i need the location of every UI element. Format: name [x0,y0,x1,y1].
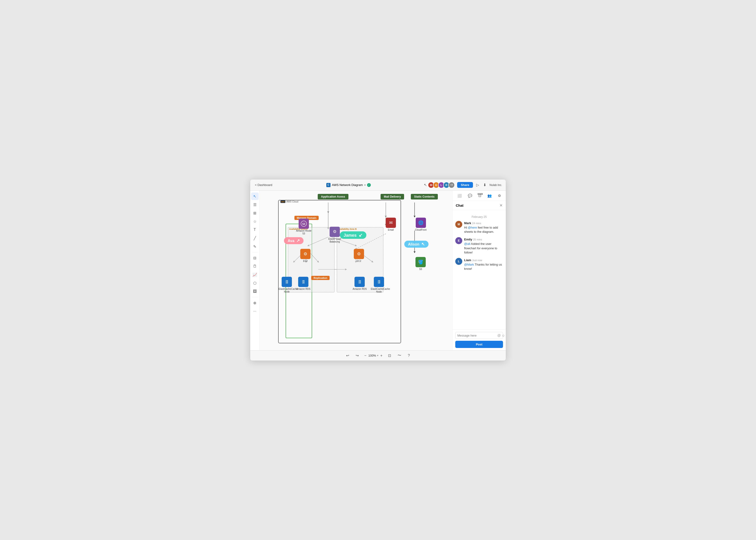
liam-text: @Mark Thanks for letting us know! [464,263,503,271]
emily-avatar: E [455,237,462,244]
alison-cursor: Alison ↖ [404,241,429,248]
rds-b-node[interactable]: 🗄 Amazon RDS [353,277,367,291]
rtool-screen[interactable]: ⬜ [456,193,463,199]
zoom-in-button[interactable]: + [379,353,383,358]
chat-message-emily: E Emily25 mins @all Added the user flowc… [455,237,503,255]
mark-text: Hi @here feel free to add sheets to the … [464,225,503,234]
svg-text:⚙: ⚙ [304,252,307,256]
tool-pencil[interactable]: ✎ [251,243,259,250]
right-panel: ⬜ 💬 ⊡ BETA 👥 ⚙ Chat ✕ February 25 [452,191,506,350]
zoom-dropdown-icon[interactable]: ▾ [377,354,378,357]
header: < Dashboard C AWS Network Diagram ▾ ↖ M … [250,180,506,191]
svg-text:🗄: 🗄 [285,280,289,284]
right-toolbar: ⬜ 💬 ⊡ BETA 👥 ⚙ [452,191,506,201]
chat-input[interactable] [457,334,496,337]
left-toolbar: ↖ ☰ ⊞ ☆ T ╱ ✎ ⊟ 🗒 📈 ⬡ 🖼 ⊕ ··· [250,191,260,350]
play-button[interactable]: ▷ [475,182,480,188]
ec2-b-node[interactable]: ⚙ EC2 [354,249,364,263]
rds-b-label: Amazon RDS [353,288,367,291]
rtool-settings[interactable]: ⚙ [496,193,502,199]
svg-text:✉: ✉ [389,220,393,225]
emoji-icon[interactable]: ☺ [502,334,505,337]
james-cursor: James ↙ [340,231,366,239]
at-icon[interactable]: @ [497,334,501,337]
beta-badge: BETA [478,193,483,195]
s3-label: S3 [419,268,422,271]
mark-avatar: M [455,221,462,228]
chat-title: Chat [456,203,463,207]
tool-cursor[interactable]: ↖ [251,193,259,200]
emily-msg-content: Emily25 mins @all Added the user flowcha… [464,237,503,255]
undo-button[interactable]: ↩ [344,352,351,359]
header-right: ↖ M E L R +8 Share ▷ ⬇ Nulab Inc. [424,182,502,188]
ava-cursor: Ava ↗ [284,237,304,244]
emily-mention-all: @all [464,242,470,245]
zoom-level: 100% [368,354,376,357]
post-button[interactable]: Post [455,341,503,348]
header-left: < Dashboard [254,182,273,188]
tool-separator-2 [252,297,258,297]
header-center: C AWS Network Diagram ▾ [275,183,422,187]
email-node[interactable]: ✉ Email [386,217,396,231]
elasticache-a-label: ElastiCacheCache Node [279,288,295,293]
elasticache-b-node[interactable]: 🗄 ElastiCacheCache Node [371,277,387,293]
svg-text:🪣: 🪣 [418,259,424,265]
fit-view-button[interactable]: ⊡ [386,352,393,359]
mark-name: Mark [464,221,471,225]
ec2-b-label: EC2 [357,260,361,263]
elasticache-a-node[interactable]: 🗄 ElastiCacheCache Node [279,277,295,293]
tool-text[interactable]: T [251,226,259,233]
tool-grid[interactable]: ⊞ [251,209,259,217]
tool-table2[interactable]: ⊟ [251,254,259,262]
alison-cursor-label: Alison [408,242,420,246]
aws-cloud-label: aws AWS Cloud [280,200,299,203]
chat-panel: Chat ✕ February 25 M Mark24 mins Hi @her… [452,201,506,350]
cacoo-icon: C [326,183,330,187]
rds-a-node[interactable]: 🗄 Amazon RDS [296,277,311,291]
redo-button[interactable]: ↪ [354,352,360,359]
route53-label: Amazon Route 53 [296,229,312,235]
chat-message-liam: L LiamJust now @Mark Thanks for letting … [455,258,503,271]
tool-line[interactable]: ╱ [251,234,259,242]
tool-network[interactable]: ⬡ [251,279,259,287]
canvas-area[interactable]: aws AWS Cloud Availability Zone A Availa… [260,191,452,350]
tool-more[interactable]: ··· [251,308,259,315]
zoom-control: − 100% ▾ + [363,353,383,358]
bottom-toolbar: ↩ ↪ − 100% ▾ + ⊡ 〜 ? [250,350,506,360]
s3-node[interactable]: 🪣 S3 [416,257,426,271]
mark-mention-here: @here [468,226,477,229]
emily-text: @all Added the user flowchart for everyo… [464,242,503,255]
tool-note[interactable]: 🗒 [251,263,259,270]
application-access-label: Application Acess [318,194,348,200]
back-button[interactable]: < Dashboard [254,182,273,188]
elb-label: Elastic Load Balancing [326,238,343,243]
zoom-out-button[interactable]: − [363,353,367,358]
tool-star[interactable]: ☆ [251,217,259,225]
route53-node[interactable]: 53 Amazon Route 53 [296,218,312,235]
tool-image[interactable]: 🖼 [251,288,259,295]
rds-a-label: Amazon RDS [296,288,311,291]
james-cursor-label: James [343,233,357,238]
svg-text:🗄: 🗄 [302,280,305,284]
ec2-a-node[interactable]: ⚙ EC2 [300,249,311,263]
chat-message-mark: M Mark24 mins Hi @here feel free to add … [455,221,503,234]
chat-close-button[interactable]: ✕ [499,203,503,207]
cursor-icon: ↖ [424,183,427,187]
diagram-title-label: AWS Network Diagram [332,183,363,187]
avatar-group: M E L R +8 [429,182,455,188]
rtool-chat[interactable]: 💬 [466,193,474,199]
tool-table[interactable]: ☰ [251,201,259,208]
help-button[interactable]: ? [406,352,412,359]
share-button[interactable]: Share [457,182,473,188]
tool-add-shape[interactable]: ⊕ [251,299,259,307]
avatar-extra-count: +8 [448,182,455,188]
rtool-collab[interactable]: 👥 [486,193,493,199]
download-button[interactable]: ⬇ [482,182,487,188]
rtool-screenshare[interactable]: ⊡ BETA [477,193,483,199]
waveform-button[interactable]: 〜 [396,352,403,359]
tool-chart[interactable]: 📈 [251,271,259,278]
chat-header: Chat ✕ [452,201,506,210]
dropdown-icon[interactable]: ▾ [364,184,366,187]
replication-label: Replication [311,276,329,280]
cloudfront-node[interactable]: 🌐 CloudFront [415,217,427,231]
